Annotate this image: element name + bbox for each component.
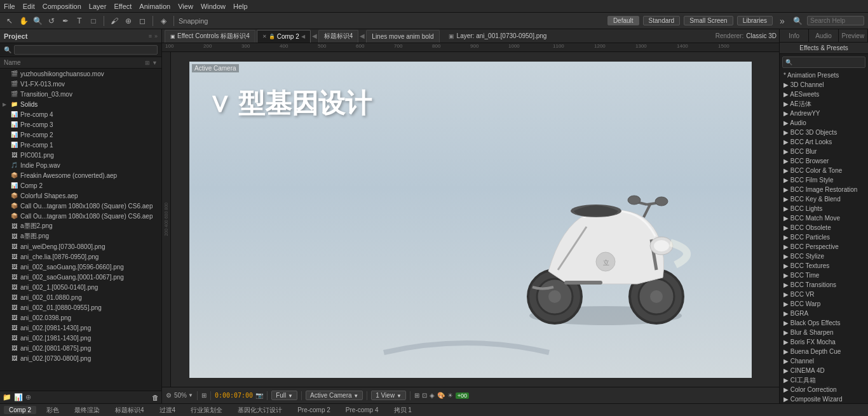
file-item[interactable]: 🖼 ani_002_01.[0880-0955].png — [0, 302, 161, 312]
panel-menu-icon[interactable]: ≡ — [149, 33, 152, 39]
grid-icon-btn[interactable]: ⊞ — [414, 392, 419, 399]
effects-item[interactable]: ▶ BCC Warp — [782, 299, 865, 309]
menu-layer[interactable]: Layer — [89, 3, 107, 10]
effects-item[interactable]: ▶ Boris FX Mocha — [782, 337, 865, 347]
eraser-tool[interactable]: ◻ — [137, 15, 148, 27]
effects-item[interactable]: ▶ BCC Obsolete — [782, 223, 865, 232]
file-item[interactable]: 🎬 V1-FX-013.mov — [0, 79, 161, 89]
file-item[interactable]: 📊 Comp 2 — [0, 180, 161, 191]
effects-item[interactable]: ▶ Buena Depth Cue — [782, 347, 865, 356]
tab-info[interactable]: Info — [780, 29, 809, 42]
new-comp-icon[interactable]: 📊 — [14, 393, 23, 401]
file-item[interactable]: 🖼 ani_002.[1981-1430].png — [0, 333, 161, 343]
effects-item[interactable]: ▶ CI工具箱 — [782, 375, 865, 385]
selection-tool[interactable]: ↖ — [4, 15, 15, 27]
channels-btn[interactable]: ◈ — [430, 392, 435, 399]
bottom-tab-行业策划全[interactable]: 行业策划全 — [186, 405, 227, 415]
trash-icon[interactable]: 🗑 — [152, 394, 159, 401]
file-item[interactable]: 📦 Call Ou...tagram 1080x1080 (Square) CS… — [0, 211, 161, 221]
file-item[interactable]: 🖼 ani_002_saoGuang.[0596-0660].png — [0, 262, 161, 272]
bottom-tab-Pre-comp-2[interactable]: Pre-comp 2 — [292, 406, 336, 414]
effects-item[interactable]: ▶ BCC VR — [782, 290, 865, 299]
file-item[interactable]: 📊 Pre-comp 4 — [0, 109, 161, 119]
file-item[interactable]: 📊 Pre-comp 2 — [0, 130, 161, 140]
file-item[interactable]: 🎬 Transition_03.mov — [0, 89, 161, 99]
effects-item[interactable]: ▶ BCC Time — [782, 271, 865, 280]
file-item[interactable]: 🖼 ani_002.[0730-0800].png — [0, 353, 161, 363]
brush-tool[interactable]: 🖌 — [109, 15, 120, 27]
effects-item[interactable]: ▶ BCC Key & Blend — [782, 194, 865, 204]
effects-item[interactable]: ▶ Black Ops Effects — [782, 318, 865, 328]
file-item[interactable]: 🖼 a墨图2.png — [0, 221, 161, 231]
puppet-tool[interactable]: ◈ — [158, 15, 169, 27]
zoom-dropdown[interactable]: ▼ — [188, 393, 193, 398]
effects-item[interactable]: ▶ BCC Browser — [782, 156, 865, 166]
comp-tab-2[interactable]: 标题标识4 — [318, 30, 359, 43]
menu-window[interactable]: Window — [201, 3, 226, 10]
tab-preview[interactable]: Preview — [839, 29, 868, 42]
fit-view-btn[interactable]: ⊞ — [201, 392, 207, 399]
viewer-settings[interactable]: ⚙ — [166, 392, 172, 399]
effect-controls-tab[interactable]: ▣ Effect Controls 标题标识4 — [165, 30, 255, 43]
new-item-icon[interactable]: ⊕ — [25, 393, 31, 401]
zoom-control[interactable]: 50% ▼ — [174, 392, 193, 399]
file-item[interactable]: 🖼 ani_002.[0981-1430].png — [0, 323, 161, 333]
effects-item[interactable]: ▶ AE活体 — [782, 99, 865, 109]
effects-item[interactable]: ▶ BCC Particles — [782, 232, 865, 242]
effects-item[interactable]: ▶ BGRA — [782, 309, 865, 318]
workspace-standard[interactable]: Standard — [643, 16, 681, 25]
file-item[interactable]: 📦 Call Ou...tagram 1080x1080 (Square) CS… — [0, 201, 161, 211]
bottom-tab-Pre-comp-4[interactable]: Pre-comp 4 — [341, 406, 384, 414]
effects-item[interactable]: ▶ BCC 3D Objects — [782, 128, 865, 137]
text-tool[interactable]: T — [74, 15, 85, 27]
menu-effect[interactable]: Effect — [114, 3, 132, 10]
menu-help[interactable]: Help — [233, 3, 248, 10]
effects-item[interactable]: ▶ 3D Channel — [782, 80, 865, 90]
color-picker-btn[interactable]: 🎨 — [437, 392, 445, 399]
menu-view[interactable]: View — [178, 3, 193, 10]
bottom-tab-拷贝-1[interactable]: 拷贝 1 — [389, 405, 417, 415]
menu-animation[interactable]: Animation — [139, 3, 170, 10]
menu-composition[interactable]: Composition — [43, 3, 81, 10]
effects-item[interactable]: ▶ CINEMA 4D — [782, 366, 865, 375]
bottom-tab-彩色[interactable]: 彩色 — [41, 405, 64, 415]
exposure-btn[interactable]: ☀ — [447, 392, 453, 399]
menu-file[interactable]: File — [4, 3, 15, 10]
file-item[interactable]: 🖼 ani_002.[0801-0875].png — [0, 343, 161, 353]
panel-expand-icon[interactable]: » — [154, 33, 158, 39]
file-item[interactable]: 🖼 a墨图.png — [0, 231, 161, 241]
effects-item[interactable]: ▶ BCC Perspective — [782, 242, 865, 252]
effects-item[interactable]: ▶ Blur & Sharpen — [782, 328, 865, 337]
file-item[interactable]: 🖼 ani_002_saoGuang.[0001-0067].png — [0, 272, 161, 282]
effects-item[interactable]: ▶ BCC Blur — [782, 147, 865, 156]
clone-tool[interactable]: ⊕ — [123, 15, 134, 27]
workspace-smallscreen[interactable]: Small Screen — [684, 16, 733, 25]
comp-close-icon[interactable]: ✕ — [262, 34, 267, 39]
file-item[interactable]: 🖼 ani_che.lia.[0876-0950].png — [0, 252, 161, 262]
comp-tab-3[interactable]: Lines move anim bold — [366, 30, 439, 43]
effects-item[interactable]: ▶ BCC Match Move — [782, 213, 865, 223]
file-item[interactable]: 🖼 ani_002_1.[0050-0140].png — [0, 282, 161, 292]
file-item[interactable]: 🖼 PIC001.png — [0, 150, 161, 160]
effects-presets-tab[interactable]: Effects & Presets — [780, 43, 868, 54]
camera-dropdown[interactable]: Active Camera ▼ — [306, 391, 363, 400]
camera-icon-btn[interactable]: 📷 — [255, 392, 263, 399]
effects-item[interactable]: ▶ AESweets — [782, 90, 865, 99]
effects-item[interactable]: ▶ BCC Transitions — [782, 280, 865, 290]
filter-icon[interactable]: ▼ — [152, 60, 158, 66]
effects-item[interactable]: * Animation Presets — [782, 70, 865, 80]
file-item[interactable]: 📊 Pre-comp 1 — [0, 140, 161, 150]
effects-item[interactable]: ▶ Composite Wizard — [782, 394, 865, 403]
quality-dropdown[interactable]: Full ▼ — [271, 391, 297, 400]
composition-tab-active[interactable]: ✕ 🔒 Comp 2 ◀ — [257, 30, 311, 43]
hand-tool[interactable]: ✋ — [18, 15, 29, 27]
effects-item[interactable]: ▶ BCC Stylize — [782, 252, 865, 261]
file-item[interactable]: ▶ 📁 Solids — [0, 99, 161, 109]
sort-icon[interactable]: ⊞ — [145, 60, 150, 66]
file-item[interactable]: 📦 Freakin Awesome (converted).aep — [0, 170, 161, 180]
effects-item[interactable]: ▶ BCC Art Looks — [782, 137, 865, 147]
workspace-libraries[interactable]: Libraries — [737, 16, 773, 25]
rotate-tool[interactable]: ↺ — [46, 15, 57, 27]
renderer-value[interactable]: Classic 3D — [746, 32, 776, 39]
bottom-tab-过渡4[interactable]: 过渡4 — [154, 405, 181, 415]
